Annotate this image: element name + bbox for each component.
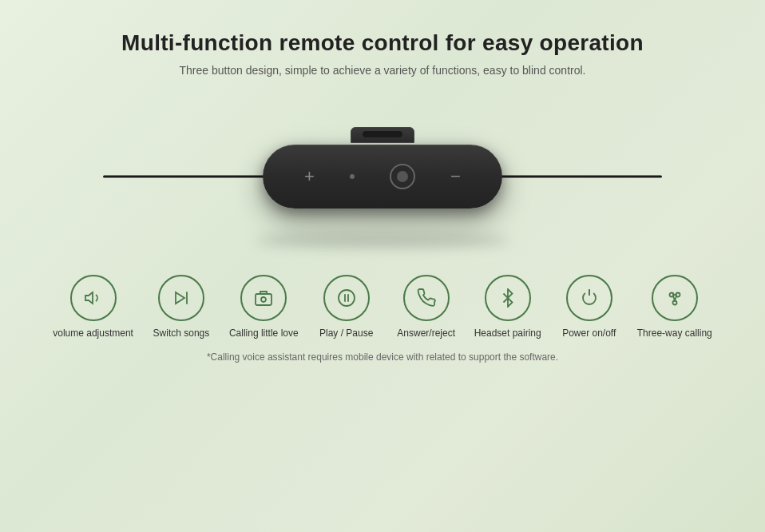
footnote: *Calling voice assistant requires mobile… <box>207 351 558 363</box>
icon-label-volume: volume adjustment <box>53 328 133 340</box>
remote-buttons: + − <box>263 164 502 189</box>
icon-circle-calling <box>240 275 287 321</box>
remote-image-container: + − <box>103 93 662 260</box>
icon-circle-answer <box>403 275 450 321</box>
bluetooth-icon <box>498 288 517 308</box>
svg-point-4 <box>261 297 266 302</box>
pause-icon <box>337 288 356 308</box>
icon-circle-play <box>323 275 370 321</box>
center-button-inner <box>397 171 408 182</box>
icon-label-play: Play / Pause <box>319 328 373 340</box>
main-title: Multi-function remote control for easy o… <box>121 30 644 56</box>
minus-button-icon: − <box>450 166 461 187</box>
center-button <box>390 164 415 189</box>
icon-item-volume: volume adjustment <box>53 275 133 340</box>
icon-label-power: Power on/off <box>562 328 616 340</box>
icon-circle-volume <box>70 275 117 321</box>
power-icon <box>580 288 599 308</box>
remote-body: + − <box>263 145 502 208</box>
icon-item-power: Power on/off <box>557 275 621 340</box>
icon-item-switch: Switch songs <box>149 275 213 340</box>
remote-shadow <box>255 232 510 248</box>
camera-icon <box>254 288 273 308</box>
svg-marker-1 <box>176 292 184 304</box>
svg-marker-0 <box>85 292 93 304</box>
icon-label-threeway: Three-way calling <box>637 328 712 340</box>
next-icon <box>172 288 191 308</box>
icon-circle-power <box>566 275 612 321</box>
cable-left <box>103 176 271 178</box>
icon-circle-threeway <box>652 275 698 321</box>
cable-right <box>494 176 662 178</box>
icon-label-answer: Answer/reject <box>397 328 455 340</box>
icon-circle-switch <box>158 275 204 321</box>
icons-section: volume adjustment Switch songs Calling l… <box>37 275 728 340</box>
remote-clip <box>351 127 414 143</box>
threeway-icon <box>665 288 684 308</box>
icon-item-calling: Calling little love <box>229 275 299 340</box>
icon-label-calling: Calling little love <box>229 328 299 340</box>
volume-icon <box>84 288 103 308</box>
icon-item-play: Play / Pause <box>315 275 379 340</box>
icon-label-bluetooth: Headset pairing <box>474 328 541 340</box>
icon-item-threeway: Three-way calling <box>637 275 712 340</box>
subtitle: Three button design, simple to achieve a… <box>121 64 644 77</box>
plus-button-icon: + <box>304 166 315 187</box>
svg-rect-3 <box>256 294 272 305</box>
icon-circle-bluetooth <box>485 275 531 321</box>
phone-icon <box>417 288 436 308</box>
dot-indicator <box>350 174 355 179</box>
icon-label-switch: Switch songs <box>153 328 210 340</box>
header-section: Multi-function remote control for easy o… <box>121 0 644 77</box>
svg-point-5 <box>339 290 355 306</box>
svg-line-13 <box>675 296 676 301</box>
icon-item-answer: Answer/reject <box>394 275 458 340</box>
icon-item-bluetooth: Headset pairing <box>474 275 541 340</box>
